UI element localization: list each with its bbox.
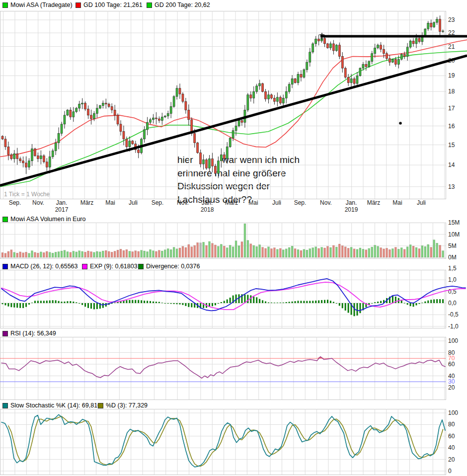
axis-labels-layer: 232221201918171615141315M10M5M0M1,51,00,… bbox=[448, 16, 460, 475]
stochastic-layer bbox=[1, 415, 445, 467]
svg-text:0,0: 0,0 bbox=[448, 300, 457, 307]
series-swatch-icon bbox=[2, 264, 8, 269]
legend-label: Divergence: 0,0376 bbox=[146, 263, 200, 270]
series-swatch-icon bbox=[82, 264, 87, 269]
svg-text:Nov.: Nov. bbox=[177, 199, 189, 206]
chart-page: hier war wenn ich mich erinnere mal eine… bbox=[0, 0, 467, 476]
legend-item-gd200: GD 200 Tage: 20,62 bbox=[147, 1, 210, 8]
legend-label: Mowi ASA Volumen in Euro bbox=[10, 216, 85, 223]
svg-text:Nov.: Nov. bbox=[320, 199, 332, 206]
svg-text:Sep.: Sep. bbox=[294, 199, 307, 206]
legend-item-macd: MACD (26, 12): 0,65563 bbox=[2, 263, 78, 270]
legend-label: GD 100 Tage: 21,261 bbox=[83, 1, 143, 8]
legend-item-volume: Mowi ASA Volumen in Euro bbox=[2, 216, 85, 223]
svg-text:14: 14 bbox=[448, 161, 455, 168]
svg-text:2017: 2017 bbox=[55, 206, 69, 213]
legend-label: EXP (9): 0,61803 bbox=[90, 263, 138, 270]
svg-text:19: 19 bbox=[448, 72, 455, 79]
svg-text:60: 60 bbox=[448, 361, 455, 368]
svg-text:März: März bbox=[225, 199, 238, 206]
svg-text:2019: 2019 bbox=[345, 206, 358, 213]
svg-text:Jan.: Jan. bbox=[202, 199, 213, 206]
x-axis-labels: Sep.Nov.Jan.2017MärzMaiJuliSep.Nov.Jan.2… bbox=[9, 199, 426, 213]
legend-label: GD 200 Tage: 20,62 bbox=[155, 1, 210, 8]
legend-label: %D (3): 77,329 bbox=[106, 402, 148, 409]
svg-text:100: 100 bbox=[448, 409, 458, 416]
legend-label: RSI (14): 56,349 bbox=[10, 330, 56, 337]
svg-text:16: 16 bbox=[448, 123, 455, 130]
svg-text:-1,0: -1,0 bbox=[448, 323, 459, 330]
svg-text:17: 17 bbox=[448, 105, 455, 112]
svg-text:100: 100 bbox=[448, 337, 458, 344]
series-swatch-icon bbox=[2, 217, 8, 222]
macd-layer bbox=[1, 279, 466, 316]
legend-label: Mowi ASA (Tradegate) bbox=[10, 1, 73, 8]
svg-text:0: 0 bbox=[448, 468, 452, 475]
series-swatch-icon bbox=[2, 331, 8, 336]
series-swatch-icon bbox=[138, 264, 144, 269]
svg-text:Juli: Juli bbox=[417, 199, 426, 206]
svg-text:18: 18 bbox=[448, 88, 455, 95]
legend-label: Slow Stochastic %K (14): 69,816 bbox=[10, 402, 101, 409]
legend-item-symbol: Mowi ASA (Tradegate) bbox=[2, 1, 73, 8]
trendlines-layer bbox=[0, 33, 467, 186]
svg-text:1,0: 1,0 bbox=[448, 276, 457, 283]
legend-label: MACD (26, 12): 0,65563 bbox=[10, 263, 78, 270]
svg-text:Sep.: Sep. bbox=[152, 199, 164, 206]
series-swatch-icon bbox=[2, 2, 8, 8]
legend-item-gd100: GD 100 Tage: 21,261 bbox=[76, 1, 143, 8]
svg-text:21: 21 bbox=[448, 43, 455, 50]
legend-item-stoch-d: %D (3): 77,329 bbox=[98, 402, 148, 409]
series-swatch-icon bbox=[147, 2, 152, 8]
svg-text:Jan.: Jan. bbox=[56, 199, 68, 206]
svg-text:10M: 10M bbox=[448, 231, 460, 238]
svg-text:Mai: Mai bbox=[248, 199, 258, 206]
svg-text:5M: 5M bbox=[448, 242, 457, 249]
svg-text:80: 80 bbox=[448, 421, 455, 428]
svg-text:20: 20 bbox=[448, 456, 455, 463]
svg-text:Mai: Mai bbox=[105, 199, 115, 206]
candles-layer bbox=[1, 15, 444, 178]
legend-item-exp: EXP (9): 0,61803 bbox=[82, 263, 138, 270]
legend-item-stoch-k: Slow Stochastic %K (14): 69,816 bbox=[2, 402, 101, 409]
svg-text:Sep.: Sep. bbox=[9, 199, 21, 206]
svg-text:1,5: 1,5 bbox=[448, 265, 457, 272]
series-swatch-icon bbox=[2, 403, 8, 408]
svg-text:0M: 0M bbox=[448, 254, 457, 261]
svg-text:Jan.: Jan. bbox=[346, 199, 357, 206]
legend-item-rsi: RSI (14): 56,349 bbox=[2, 330, 56, 337]
svg-text:März: März bbox=[80, 199, 94, 206]
svg-text:15M: 15M bbox=[448, 219, 460, 226]
svg-text:2018: 2018 bbox=[201, 206, 214, 213]
volume-bars-layer bbox=[1, 224, 444, 257]
svg-text:13: 13 bbox=[448, 183, 455, 190]
svg-text:23: 23 bbox=[448, 16, 455, 23]
series-swatch-icon bbox=[76, 2, 81, 8]
legend-item-divergence: Divergence: 0,0376 bbox=[138, 263, 200, 270]
svg-text:20: 20 bbox=[448, 384, 455, 391]
svg-text:15: 15 bbox=[448, 142, 455, 149]
svg-text:Juli: Juli bbox=[129, 199, 138, 206]
series-swatch-icon bbox=[98, 403, 103, 408]
svg-text:Nov.: Nov. bbox=[32, 199, 44, 206]
svg-text:-0,5: -0,5 bbox=[448, 311, 459, 318]
svg-text:Mai: Mai bbox=[392, 199, 402, 206]
svg-text:März: März bbox=[367, 199, 381, 206]
rsi-layer bbox=[0, 357, 446, 382]
svg-text:40: 40 bbox=[448, 444, 455, 451]
svg-text:Juli: Juli bbox=[272, 199, 281, 206]
svg-text:60: 60 bbox=[448, 433, 455, 440]
